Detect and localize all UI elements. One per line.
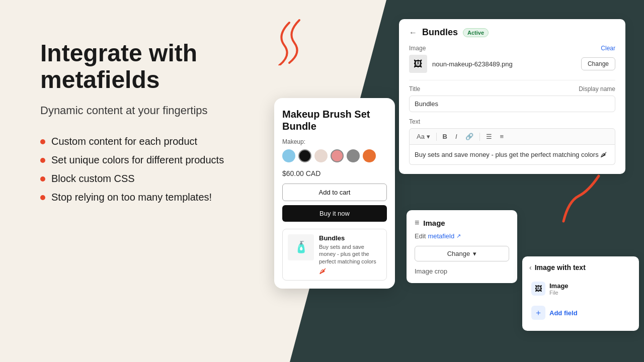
- toolbar-list-btn[interactable]: ☰: [483, 132, 495, 141]
- image-filename: noun-makeup-6238489.png: [432, 60, 576, 68]
- text-field-label: Text: [409, 118, 615, 125]
- toolbar-bold-btn[interactable]: B: [440, 132, 450, 141]
- phone-price: $60.00 CAD: [282, 169, 387, 177]
- panel-item-sublabel: File: [549, 290, 569, 296]
- bullet-dot: [40, 195, 45, 200]
- add-to-cart-button[interactable]: Add to cart: [282, 184, 387, 201]
- image-text-panel: ‹ Image with text 🖼 Image File ＋ Add fie…: [522, 256, 639, 331]
- text-content: Buy sets and save money - plus get the p…: [415, 151, 607, 158]
- bullet-item: Custom content for each product: [40, 136, 272, 147]
- clear-link[interactable]: Clear: [601, 45, 615, 52]
- change-image-button[interactable]: Change: [581, 57, 615, 70]
- bundle-card: 🧴 Bundles Buy sets and save money - plus…: [282, 229, 387, 281]
- back-arrow-icon[interactable]: ←: [409, 28, 417, 37]
- bullet-dot: [40, 139, 45, 144]
- admin-panel-title: Bundles: [422, 27, 458, 38]
- bullet-dot: [40, 158, 45, 163]
- swatch-cream[interactable]: [314, 149, 328, 162]
- bundle-info: Bundles Buy sets and save money - plus g…: [319, 234, 381, 275]
- image-panel-title: Image: [423, 219, 445, 227]
- swatch-orange[interactable]: [363, 149, 376, 162]
- display-name-label: Display name: [579, 85, 615, 93]
- admin-image-row: 🖼 noun-makeup-6238489.png Change: [409, 55, 615, 73]
- edit-label: Edit: [415, 232, 426, 240]
- image-field-label: Image Clear: [409, 45, 615, 52]
- swatch-black[interactable]: [298, 149, 311, 162]
- swatch-gray[interactable]: [347, 149, 360, 162]
- add-field-row[interactable]: ＋ Add field: [529, 302, 632, 324]
- title-field-label: Title: [409, 85, 420, 93]
- dropdown-icon: ▾: [473, 250, 476, 257]
- image-panel-header: ≡ Image: [415, 218, 509, 227]
- swatch-blue[interactable]: [282, 149, 295, 162]
- add-field-icon: ＋: [531, 306, 545, 320]
- bullet-item: Stop relying on too many templates!: [40, 192, 272, 203]
- panel-item-image-text: Image File: [549, 282, 569, 296]
- metafield-link[interactable]: metafield: [428, 232, 454, 240]
- swatch-pink[interactable]: [331, 149, 344, 162]
- toolbar-sep-2: [479, 133, 480, 141]
- change-dropdown-button[interactable]: Change ▾: [415, 246, 509, 261]
- bullet-item: Block custom CSS: [40, 173, 272, 185]
- add-field-label: Add field: [549, 309, 578, 317]
- toolbar-italic-btn[interactable]: I: [452, 132, 460, 141]
- main-heading: Integrate with metafields: [40, 40, 272, 94]
- decorative-swoosh-right: [548, 166, 614, 233]
- phone-mockup: Makeup Brush Set Bundle Makeup: $60.00 C…: [274, 98, 395, 289]
- admin-panel-top: ← Bundles Active Image Clear 🖼 noun-make…: [399, 19, 625, 174]
- bullet-list: Custom content for each productSet uniqu…: [40, 136, 272, 203]
- edit-metafield-row: Edit metafield ↗: [415, 232, 509, 240]
- bundle-title: Bundles: [319, 234, 381, 242]
- bundle-desc: Buy sets and save money - plus get the p…: [319, 243, 381, 265]
- decorative-swoosh-top: [267, 15, 312, 67]
- toolbar-ordered-list-btn[interactable]: ≡: [497, 132, 507, 141]
- toolbar-link-btn[interactable]: 🔗: [462, 132, 476, 141]
- panel-item-image-icon: 🖼: [531, 282, 545, 296]
- divider: [409, 80, 615, 80]
- panel-item-image[interactable]: 🖼 Image File: [529, 278, 632, 300]
- title-row: Title Display name: [409, 85, 615, 93]
- text-toolbar: Aa ▾ B I 🔗 ☰ ≡: [409, 128, 615, 145]
- image-panel-icon: ≡: [415, 218, 419, 227]
- bullet-item: Set unique colors for different products: [40, 154, 272, 166]
- panel-back-icon[interactable]: ‹: [529, 263, 532, 272]
- admin-panel-bottom: ≡ Image Edit metafield ↗ Change ▾ Image …: [407, 210, 517, 283]
- panel-item-label: Image: [549, 282, 569, 290]
- sub-heading: Dynamic content at your fingertips: [40, 104, 272, 118]
- bullet-dot: [40, 176, 45, 182]
- title-input[interactable]: [409, 96, 615, 112]
- toolbar-font-btn[interactable]: Aa ▾: [414, 132, 433, 141]
- image-crop-label: Image crop: [415, 267, 509, 275]
- product-title: Makeup Brush Set Bundle: [282, 108, 387, 132]
- bundle-image: 🧴: [288, 234, 314, 260]
- left-panel: Integrate with metafields Dynamic conten…: [40, 40, 272, 210]
- color-swatches: [282, 149, 387, 162]
- panel-section-title: Image with text: [535, 263, 586, 272]
- active-badge: Active: [463, 28, 489, 37]
- panel-back-row: ‹ Image with text: [529, 263, 632, 272]
- admin-header: ← Bundles Active: [409, 27, 615, 38]
- external-icon: ↗: [456, 233, 461, 239]
- buy-now-button[interactable]: Buy it now: [282, 205, 387, 222]
- image-thumbnail: 🖼: [409, 55, 427, 73]
- text-content-area: Buy sets and save money - plus get the p…: [409, 145, 615, 165]
- toolbar-sep-1: [436, 133, 437, 141]
- makeup-label: Makeup:: [282, 138, 387, 145]
